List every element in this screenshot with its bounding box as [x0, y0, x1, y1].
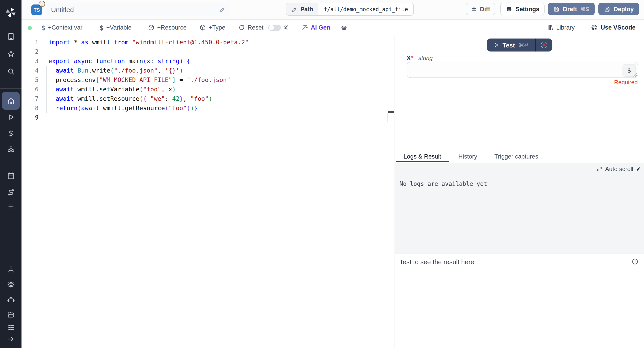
gear-icon	[6, 280, 15, 289]
add-resource-button[interactable]: +Resource	[148, 20, 186, 36]
windmill-logo[interactable]	[2, 4, 20, 22]
add-variable-button[interactable]: $ +Variable	[100, 20, 132, 36]
script-title: Untitled	[51, 6, 74, 14]
tab-logs-result[interactable]: Logs & Result	[396, 152, 449, 162]
draft-button[interactable]: Draft ⌘S	[548, 3, 595, 15]
diff-button[interactable]: ± Diff	[466, 3, 495, 15]
code-line[interactable]	[48, 113, 248, 122]
code-line[interactable]: await wmill.setVariable("foo", x)	[48, 85, 248, 94]
sidebar-item-search[interactable]	[2, 62, 20, 80]
line-number: 6	[22, 85, 38, 94]
add-type-button[interactable]: +Type	[199, 20, 225, 36]
search-icon	[6, 67, 15, 76]
library-button[interactable]: Library	[547, 20, 575, 36]
expand-icon[interactable]	[596, 166, 602, 172]
line-number: 2	[22, 47, 38, 56]
test-button[interactable]: Test ⌘↵	[487, 38, 535, 52]
baby-face-emoji-icon	[38, 0, 45, 7]
sidebar-item-resources[interactable]	[2, 140, 20, 158]
line-number: 1	[22, 38, 38, 47]
route-icon	[6, 188, 15, 196]
sidebar-item-add[interactable]	[2, 198, 20, 216]
save-icon	[553, 6, 560, 12]
windmill-logo-icon	[5, 7, 16, 18]
code-line[interactable]: await wmill.setResource({ "we": 42}, "fo…	[48, 94, 248, 104]
tab-history[interactable]: History	[451, 152, 485, 162]
test-shortcut: ⌘↵	[518, 42, 529, 48]
auto-scroll-control[interactable]: Auto scroll ✔	[596, 166, 641, 172]
indent-guide	[46, 66, 46, 113]
argument-type: string	[418, 55, 433, 61]
info-icon[interactable]	[632, 258, 639, 265]
argument-label-row: X * string	[407, 55, 432, 61]
result-placeholder: Test to see the result here	[400, 258, 474, 266]
auto-scroll-label[interactable]: Auto scroll	[605, 166, 633, 172]
line-number: 4	[22, 66, 38, 75]
right-panel: Test ⌘↵ X * string	[394, 36, 644, 348]
code-lines[interactable]: import * as wmill from "windmill-client@…	[48, 38, 248, 122]
home-icon	[6, 96, 15, 105]
cubes-icon	[6, 145, 15, 154]
play-icon	[493, 42, 499, 48]
line-number: 5	[22, 75, 38, 85]
settings-button[interactable]: Settings	[500, 3, 545, 15]
checkmark-icon: ✔	[636, 166, 641, 172]
star-icon	[6, 50, 15, 58]
sidebar-item-schedules[interactable]	[2, 166, 20, 184]
sidebar-collapse-toggle[interactable]	[2, 332, 20, 346]
tab-trigger-captures[interactable]: Trigger captures	[487, 152, 546, 162]
sidebar-item-favorites[interactable]	[2, 45, 20, 63]
capture-test-button[interactable]	[535, 38, 552, 52]
code-editor[interactable]: 123456789 import * as wmill from "windmi…	[22, 36, 394, 348]
logs-panel: Auto scroll ✔ No logs are available yet	[395, 162, 644, 253]
edit-pencil-icon[interactable]	[219, 6, 226, 13]
path-label-segment[interactable]: Path	[286, 3, 318, 15]
dollar-icon	[6, 129, 15, 137]
ai-gen-button[interactable]: AI Gen	[301, 20, 330, 36]
gear-icon	[506, 6, 512, 12]
script-title-field[interactable]: Untitled	[46, 3, 230, 16]
code-line[interactable]: return(await wmill.getResource("foo"))}	[48, 104, 248, 113]
resize-handle-icon[interactable]	[633, 73, 637, 77]
code-line[interactable]: export async function main(x: string) {	[48, 56, 248, 66]
add-variable-label: +Variable	[106, 24, 132, 31]
multiplayer-users-button[interactable]	[282, 20, 290, 36]
reset-button[interactable]: Reset	[238, 20, 264, 36]
sidebar-divider	[0, 88, 22, 89]
draft-button-label: Draft	[563, 6, 577, 12]
sidebar-item-workspace[interactable]	[2, 27, 20, 45]
github-icon	[591, 24, 598, 31]
user-icon	[6, 265, 15, 274]
code-line[interactable]: await Bun.write("./foo.json", '{}')	[48, 66, 248, 75]
editor-toolbar: $ +Context var $ +Variable +Resource +Ty…	[22, 20, 644, 36]
editor-settings-button[interactable]	[340, 20, 348, 36]
add-context-var-button[interactable]: $ +Context var	[41, 20, 82, 36]
code-line[interactable]	[48, 47, 248, 56]
path-chip[interactable]: Path f/all/demo_mocked_api_file	[286, 3, 414, 16]
code-line[interactable]: import * as wmill from "windmill-client@…	[48, 38, 248, 47]
gear-icon	[340, 24, 348, 31]
test-button-group[interactable]: Test ⌘↵	[487, 38, 552, 52]
reset-icon	[238, 24, 245, 31]
diff-button-label: Diff	[480, 6, 490, 12]
use-vscode-button[interactable]: Use VScode	[591, 20, 636, 36]
path-value[interactable]: f/all/demo_mocked_api_file	[318, 3, 413, 15]
draft-shortcut: ⌘S	[580, 6, 589, 12]
building-icon	[6, 32, 15, 40]
toggle-knob	[269, 25, 274, 30]
deploy-button[interactable]: Deploy	[598, 3, 639, 15]
add-type-label: +Type	[209, 24, 225, 31]
code-line[interactable]: process.env["WM_MOCKED_API_FILE"] = "./f…	[48, 75, 248, 85]
sidebar-item-runs[interactable]	[2, 108, 20, 126]
sidebar-item-home[interactable]	[2, 92, 20, 110]
add-context-var-label: +Context var	[48, 24, 82, 31]
sidebar	[0, 0, 22, 348]
argument-input[interactable]	[407, 62, 638, 78]
topbar: TS Untitled Path f/all/demo_mocked_api_f…	[22, 0, 644, 20]
multiplayer-toggle[interactable]	[268, 24, 281, 31]
list-icon	[6, 323, 15, 332]
play-icon	[6, 113, 15, 121]
sidebar-item-variables[interactable]	[2, 124, 20, 142]
line-number: 3	[22, 56, 38, 66]
argument-name: X	[407, 55, 411, 61]
